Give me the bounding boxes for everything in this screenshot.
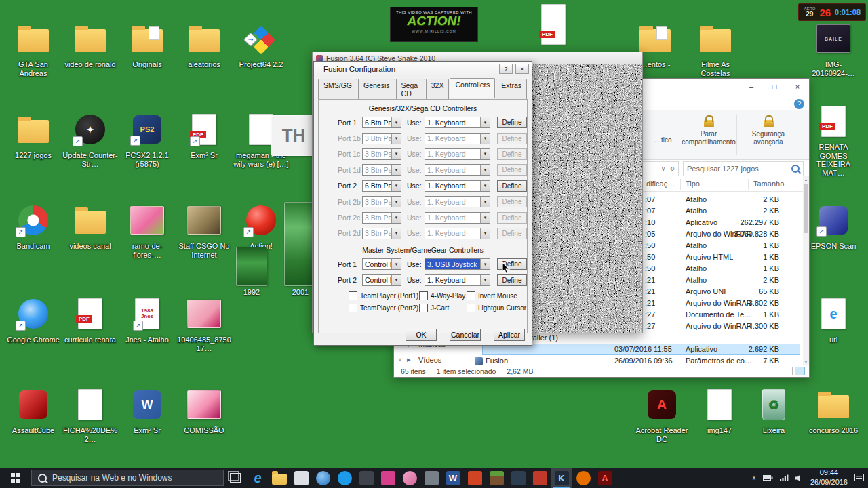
taskbar-app-flower-app[interactable] bbox=[399, 468, 420, 488]
tab-sms-gg[interactable]: SMS/GG bbox=[318, 79, 357, 99]
desktop-icon-epson-scan[interactable]: ↗EPSON Scan bbox=[806, 201, 861, 251]
tab-genesis[interactable]: Genesis bbox=[358, 79, 395, 99]
checkbox-invert-mouse[interactable]: Invert Mouse bbox=[467, 291, 517, 300]
desktop-icon-1227-jogos[interactable]: 1227 jogos bbox=[5, 110, 61, 160]
start-button[interactable] bbox=[0, 468, 31, 488]
column-tamanho[interactable]: Tamanho bbox=[753, 180, 784, 188]
taskbar-search-input[interactable]: Pesquisar na Web e no Windows bbox=[31, 470, 224, 486]
task-view-button[interactable] bbox=[224, 468, 247, 488]
desktop-icon-exm2-sr-doc[interactable]: WExm² Sr bbox=[119, 385, 175, 435]
taskbar-app-store[interactable] bbox=[290, 468, 312, 488]
use-device-select[interactable]: 1. Keyboard▾ bbox=[425, 117, 490, 128]
define-button[interactable]: Define bbox=[497, 180, 527, 192]
desktop-icon-comissao[interactable]: COMISSÃO bbox=[176, 385, 232, 435]
tab-extras[interactable]: Extras bbox=[496, 79, 527, 99]
scrollbar[interactable]: ▲ ▼ bbox=[803, 176, 809, 365]
apply-button[interactable]: Aplicar bbox=[494, 329, 525, 341]
pad-type-select[interactable]: 6 Btn Pad▾ bbox=[362, 180, 401, 192]
ok-button[interactable]: OK bbox=[406, 329, 437, 341]
desktop-icon-img147[interactable]: img147 bbox=[692, 385, 747, 435]
column-tipo[interactable]: Tipo bbox=[686, 180, 700, 188]
taskbar-app-fusion[interactable]: K bbox=[551, 468, 572, 488]
battery-icon[interactable] bbox=[763, 474, 773, 481]
desktop-icon-lixeira[interactable]: ♻Lixeira bbox=[746, 385, 802, 435]
taskbar-app-word[interactable]: W bbox=[442, 468, 464, 488]
desktop-icon-luigi-1992[interactable]: 1992 bbox=[224, 247, 279, 297]
minimize-button[interactable]: – bbox=[740, 79, 763, 95]
taskbar-app-app-gray[interactable] bbox=[420, 468, 442, 488]
use-device-select[interactable]: 1. Keyboard▾ bbox=[425, 180, 490, 192]
checkbox-4-way-play[interactable]: 4-Way-Play bbox=[419, 291, 467, 300]
desktop-icon-google-chrome[interactable]: ↗Google Chrome bbox=[5, 294, 61, 344]
cancel-button[interactable]: Cancelar bbox=[450, 329, 481, 341]
desktop-icon-filme-as-costelas[interactable]: Filme As Costelas bbox=[688, 19, 743, 77]
taskbar-app-java[interactable] bbox=[572, 468, 594, 488]
checkbox-j-cart[interactable]: J-Cart bbox=[419, 304, 467, 312]
desktop-icon-img-20160924[interactable]: BAILEIMG-20160924-… bbox=[806, 19, 861, 77]
checkbox-teamplayer-port1[interactable]: TeamPlayer (Port1) bbox=[349, 291, 419, 300]
address-dropdown-icon[interactable]: ∨ bbox=[661, 165, 666, 172]
taskbar-app-photos[interactable] bbox=[377, 468, 399, 488]
desktop-icon-pdf-document[interactable]: PDF bbox=[526, 4, 581, 45]
desktop-icon-concurso-2016[interactable]: concurso 2016 bbox=[806, 385, 861, 435]
desktop-icon-jnes-atalho[interactable]: 1988 Jnes↗Jnes - Atalho bbox=[119, 294, 175, 344]
use-device-select[interactable]: 1. Keyboard▾ bbox=[425, 274, 490, 286]
advanced-security-button[interactable]: Segurança avançada bbox=[741, 115, 795, 146]
desktop-icon-update-counter-strike[interactable]: ✦↗Update Counter-Str… bbox=[62, 110, 118, 168]
taskbar-app-minecraft[interactable] bbox=[486, 468, 507, 488]
desktop-icon-gta-san-andreas[interactable]: GTA San Andreas bbox=[5, 19, 61, 77]
desktop-icon-piggy-photo[interactable]: 10406485_875017… bbox=[176, 294, 232, 352]
desktop-icon-pcsx2[interactable]: PS2↗PCSX2 1.2.1 (r5875) bbox=[119, 110, 175, 168]
checkbox-teamplayer-port2[interactable]: TeamPlayer (Port2) bbox=[349, 304, 419, 312]
desktop-icon-renata-gomes-pdf[interactable]: PDFRENATA GOMES TEIXEIRA MAT… bbox=[806, 102, 861, 178]
taskbar-app-app-red[interactable] bbox=[529, 468, 551, 488]
taskbar-app-app-dark[interactable] bbox=[355, 468, 377, 488]
desktop-icon-acrobat-reader-dc[interactable]: AAcrobat Reader DC bbox=[634, 385, 690, 443]
tab-sega-cd[interactable]: Sega CD bbox=[396, 79, 425, 99]
desktop-icon-originals[interactable]: Originals bbox=[119, 19, 175, 69]
volume-icon[interactable] bbox=[795, 474, 804, 482]
explorer-search-input[interactable]: Pesquisar 1227 jogos bbox=[683, 161, 804, 176]
desktop-icon-curriculo-renata[interactable]: PDFcurriculo renata bbox=[62, 294, 118, 344]
icons-view-button[interactable] bbox=[795, 367, 805, 375]
taskbar-app-file-explorer[interactable] bbox=[269, 468, 290, 488]
define-button[interactable]: Define bbox=[497, 117, 527, 128]
desktop-icon-exm2-sr-pdf[interactable]: PDF↗Exm² Sr bbox=[176, 110, 232, 160]
help-icon[interactable]: ? bbox=[794, 99, 804, 109]
desktop-icon-url-shortcut[interactable]: eurl bbox=[806, 294, 861, 344]
tray-chevron-up-icon[interactable]: ∧ bbox=[752, 475, 756, 481]
desktop-icon-ramo-de-flores[interactable]: ramo-de-flores-… bbox=[119, 201, 175, 259]
details-view-button[interactable] bbox=[783, 367, 793, 375]
taskbar-app-app-blue[interactable] bbox=[334, 468, 355, 488]
define-button[interactable]: Define bbox=[497, 274, 527, 286]
stop-sharing-button[interactable]: Parar compartilhamento bbox=[679, 115, 738, 146]
taskbar-app-app-dark2[interactable] bbox=[507, 468, 529, 488]
tab-32x[interactable]: 32X bbox=[426, 79, 450, 99]
desktop-icon-videos-canal[interactable]: videos canal bbox=[62, 201, 118, 251]
desktop-icon-bandicam[interactable]: ↗Bandicam bbox=[5, 201, 61, 251]
pad-type-select[interactable]: 6 Btn Pad▾ bbox=[362, 117, 401, 128]
scroll-up-icon[interactable]: ▲ bbox=[803, 176, 809, 183]
dialog-help-button[interactable]: ? bbox=[499, 64, 513, 74]
close-button[interactable]: × bbox=[786, 79, 809, 95]
taskbar-clock[interactable]: 09:44 26/09/2016 bbox=[810, 468, 848, 487]
taskbar-app-edge[interactable]: e bbox=[247, 468, 269, 488]
tab-controllers[interactable]: Controllers bbox=[450, 78, 495, 98]
network-icon[interactable] bbox=[780, 474, 789, 481]
pad-type-select[interactable]: Control Pa▾ bbox=[362, 258, 401, 270]
pad-type-select[interactable]: Control Pa▾ bbox=[362, 274, 401, 286]
refresh-icon[interactable]: ↻ bbox=[669, 165, 675, 172]
desktop-icon-assaultcube[interactable]: AssaultCube bbox=[5, 385, 61, 435]
scroll-thumb[interactable] bbox=[804, 184, 808, 233]
dialog-titlebar[interactable]: Fusion Configuration ? × bbox=[314, 62, 532, 76]
taskbar-app-chromium[interactable] bbox=[312, 468, 334, 488]
desktop-icon-aleatorios[interactable]: aleatorios bbox=[176, 19, 232, 69]
dialog-close-button[interactable]: × bbox=[515, 64, 529, 74]
taskbar-app-app-orange[interactable] bbox=[464, 468, 486, 488]
desktop-icon-ficha-doc[interactable]: FICHA%20DE%2… bbox=[62, 385, 118, 443]
column-modified[interactable]: dificaç… bbox=[646, 180, 675, 188]
desktop-icon-video-de-ronald[interactable]: video de ronald bbox=[62, 19, 118, 69]
use-device-select[interactable]: 3. USB Joystick▾ bbox=[425, 258, 490, 270]
action-center-icon[interactable] bbox=[854, 474, 865, 482]
maximize-button[interactable]: □ bbox=[763, 79, 786, 95]
